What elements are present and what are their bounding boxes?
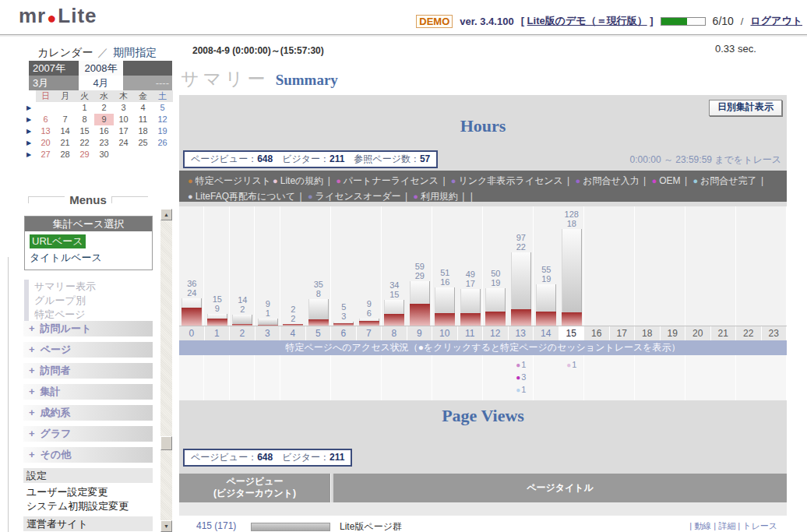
chart-bar[interactable] (207, 314, 227, 326)
chart-bar[interactable] (410, 281, 430, 326)
calendar-day[interactable]: 5 (153, 102, 172, 114)
view-link[interactable]: 特定ページ (34, 308, 96, 322)
accordion-item[interactable]: +グラフ (23, 426, 153, 442)
settings-link[interactable]: システム初期設定変更 (26, 499, 150, 513)
session-trace-dot[interactable]: ●1 (509, 360, 534, 369)
scrollbar-down-icon[interactable]: ▼ (160, 520, 172, 532)
chart-bar[interactable] (485, 288, 506, 326)
operator-site-link[interactable]: 運営者サイト (23, 516, 153, 531)
accordion-item[interactable]: +集計 (23, 384, 153, 400)
accordion-item[interactable]: +その他 (23, 447, 153, 463)
calendar-day[interactable]: 23 (94, 137, 114, 149)
chart-bar[interactable] (333, 322, 354, 326)
calendar-day[interactable]: 8 (75, 114, 94, 125)
scrollbar-thumb[interactable] (160, 436, 172, 450)
calendar-day[interactable]: 2 (94, 102, 114, 114)
hour-axis-label[interactable]: 13 (509, 326, 534, 340)
week-select-arrow-icon[interactable]: ▶ (26, 149, 36, 160)
prev-year-cell[interactable]: 2007年 (29, 61, 79, 76)
hour-axis-label[interactable]: 10 (432, 326, 458, 340)
chart-bar[interactable] (258, 319, 278, 326)
hour-axis-label[interactable]: 7 (357, 326, 382, 340)
accordion-item[interactable]: +ページ (23, 342, 153, 358)
sidebar-scrollbar[interactable]: ▲ ▼ (160, 209, 172, 532)
hour-axis-label[interactable]: 11 (458, 326, 484, 340)
accordion-item[interactable]: +訪問者 (23, 363, 153, 379)
calendar-day[interactable]: 7 (55, 114, 75, 125)
calendar-day[interactable]: 30 (94, 149, 114, 160)
calendar-day[interactable]: 19 (153, 125, 172, 137)
calendar-day[interactable]: 29 (75, 149, 94, 160)
calendar-day[interactable]: 4 (133, 102, 153, 114)
calendar-day[interactable]: 17 (114, 125, 133, 137)
chart-bar[interactable] (511, 252, 531, 326)
row-action-links[interactable]: | 動線 | 詳細 | トレース (689, 520, 777, 532)
hour-axis-label[interactable]: 2 (230, 326, 255, 340)
chart-bar[interactable] (384, 300, 404, 326)
calendar-day[interactable]: 14 (55, 125, 75, 137)
calendar-day[interactable]: 27 (36, 149, 55, 160)
calendar-day[interactable]: 16 (94, 125, 114, 137)
week-select-arrow-icon[interactable]: ▶ (26, 114, 36, 125)
hour-axis-label[interactable]: 0 (179, 326, 205, 340)
scrollbar-up-icon[interactable]: ▲ (160, 209, 172, 220)
week-select-arrow-icon[interactable]: ▶ (26, 102, 36, 114)
hour-axis-label[interactable]: 9 (407, 326, 433, 340)
hour-axis-label[interactable]: 5 (306, 326, 332, 340)
url-base-option[interactable]: URLベース (30, 234, 86, 248)
calendar-day[interactable]: 24 (114, 137, 133, 149)
hour-axis-label[interactable]: 12 (483, 326, 509, 340)
chart-bar[interactable] (232, 315, 252, 326)
calendar-day[interactable]: 9 (94, 114, 114, 125)
calendar-day[interactable]: 28 (55, 149, 75, 160)
calendar-day[interactable]: 1 (75, 102, 94, 114)
session-trace-dot[interactable]: ●3 (509, 372, 534, 382)
prev-month-cell[interactable]: 3月 (29, 76, 79, 90)
session-trace-dot[interactable]: ●1 (509, 385, 534, 394)
hour-axis-label[interactable]: 15 (559, 326, 585, 340)
chart-bar[interactable] (308, 299, 329, 326)
current-month-cell[interactable]: 4月 (79, 76, 123, 90)
hour-axis-label[interactable]: 8 (382, 326, 407, 340)
calendar-day[interactable]: 26 (153, 137, 172, 149)
chart-bar[interactable] (562, 229, 582, 326)
session-trace-dot[interactable]: ●1 (559, 360, 585, 369)
chart-bar[interactable] (181, 298, 202, 326)
logout-link[interactable]: ログアウト (750, 15, 802, 26)
chart-bar[interactable] (435, 287, 455, 326)
view-link[interactable]: グループ別 (34, 294, 96, 308)
hour-axis-label[interactable]: 14 (534, 326, 559, 340)
tab-period[interactable]: 期間指定 (113, 46, 157, 58)
week-select-arrow-icon[interactable]: ▶ (26, 125, 36, 137)
accordion-item[interactable]: +訪問ルート (23, 321, 153, 336)
chart-bar[interactable] (536, 284, 556, 326)
calendar-day[interactable]: 22 (75, 137, 94, 149)
calendar-day[interactable]: 18 (133, 125, 153, 137)
hour-axis-label[interactable]: 4 (280, 326, 306, 340)
calendar-day[interactable]: 6 (36, 114, 55, 125)
demo-version-link[interactable]: Lite版のデモ（＝現行版） (527, 15, 647, 26)
settings-link[interactable]: ユーザー設定変更 (26, 485, 150, 499)
title-base-option[interactable]: タイトルベース (30, 251, 147, 265)
chart-bar[interactable] (460, 289, 481, 326)
calendar-day[interactable]: 13 (36, 125, 55, 137)
calendar-day[interactable]: 25 (133, 137, 153, 149)
accordion-item[interactable]: +成約系 (23, 405, 153, 421)
calendar-day[interactable]: 3 (114, 102, 133, 114)
daily-summary-button[interactable]: 日別集計表示 (709, 100, 782, 116)
calendar-day[interactable]: 21 (55, 137, 75, 149)
calendar-day[interactable]: 20 (36, 137, 55, 149)
calendar-day[interactable]: 15 (75, 125, 94, 137)
tab-calendar[interactable]: カレンダー (37, 46, 93, 58)
current-year-cell[interactable]: 2008年 (79, 61, 123, 76)
hour-axis-label[interactable]: 6 (331, 326, 357, 340)
chart-bar[interactable] (359, 319, 379, 326)
chart-bar[interactable] (283, 324, 303, 326)
calendar-day[interactable]: 11 (133, 114, 153, 125)
hour-axis-label[interactable]: 1 (205, 326, 231, 340)
calendar-day[interactable]: 10 (114, 114, 133, 125)
calendar-day[interactable]: 12 (153, 114, 172, 125)
week-select-arrow-icon[interactable]: ▶ (26, 137, 36, 149)
hour-axis-label[interactable]: 3 (255, 326, 281, 340)
view-link[interactable]: サマリー表示 (34, 280, 96, 294)
